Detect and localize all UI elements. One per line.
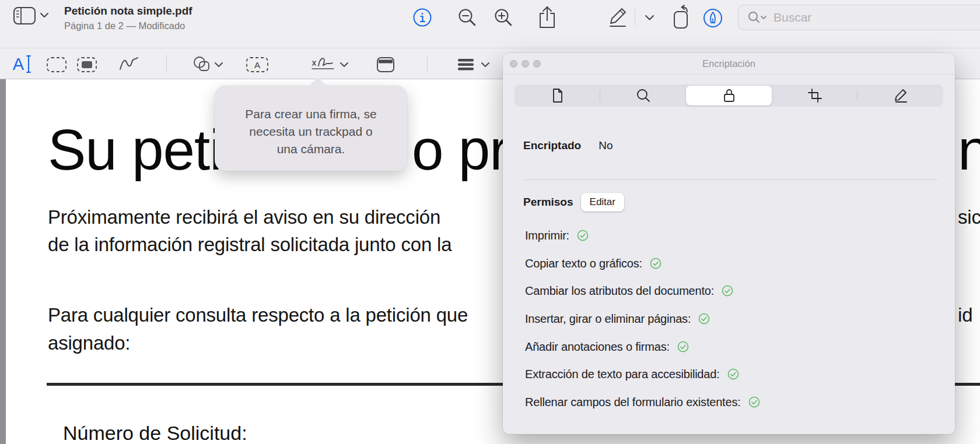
permission-label: Extracción de texto para accesibilidad: — [525, 368, 720, 381]
zoom-in-icon — [493, 7, 514, 28]
tooltip-line: Para crear una firma, se — [215, 105, 407, 123]
window-subtitle: Página 1 de 2 — Modificado — [64, 20, 185, 31]
markup-pencil-icon — [606, 6, 629, 29]
fill-sign-button[interactable] — [701, 6, 724, 30]
svg-text:A: A — [254, 60, 260, 70]
permission-label: Copiar texto o gráficos: — [525, 257, 642, 270]
permissions-label: Permisos — [523, 196, 573, 209]
encrypted-label: Encriptado — [523, 139, 581, 152]
doc-paragraph-line: Para cualquier consulta respecto a la pe… — [48, 304, 468, 326]
encrypted-value: No — [598, 139, 612, 152]
chevron-down-icon — [341, 63, 348, 66]
chevron-down-icon — [215, 63, 222, 66]
doc-paragraph-line: de la información registral solicitada j… — [48, 234, 452, 256]
permission-label: Añadir anotaciones o firmas: — [525, 340, 670, 354]
toolbar-separator — [166, 55, 167, 72]
lock-icon — [722, 88, 736, 103]
allowed-check-icon — [721, 284, 734, 297]
panel-title: Encriptación — [503, 58, 955, 69]
redact-icon — [76, 57, 97, 73]
dashed-rect-icon — [46, 57, 67, 73]
signature-icon — [310, 55, 350, 74]
doc-field-label: Número de Solicitud: — [63, 422, 247, 444]
permission-row: Imprimir: — [525, 228, 589, 243]
zoom-out-button[interactable] — [456, 6, 478, 29]
allowed-check-icon — [677, 340, 690, 353]
markup-chevron-button[interactable] — [643, 13, 656, 22]
tooltip-line: una cámara. — [215, 140, 407, 158]
doc-paragraph-line: sic — [958, 206, 980, 228]
text-box-icon: A — [246, 57, 269, 73]
share-icon — [536, 5, 558, 30]
line-style-icon — [456, 55, 491, 74]
permission-label: Cambiar los atributos del documento: — [525, 284, 714, 298]
tab-keywords[interactable] — [600, 84, 686, 107]
tab-encryption[interactable] — [686, 86, 772, 105]
chevron-down-icon — [761, 16, 766, 19]
markup-button[interactable] — [606, 6, 630, 29]
signature-tooltip: Para crear una firma, se necesita un tra… — [215, 86, 407, 171]
doc-heading-fragment: nt — [958, 117, 980, 183]
edit-permissions-button[interactable]: Editar — [581, 193, 624, 212]
encryption-panel: Encriptación — [503, 53, 955, 434]
info-icon — [412, 7, 433, 28]
shapes-tool[interactable] — [190, 55, 225, 75]
permission-row: Copiar texto o gráficos: — [525, 256, 662, 271]
permission-row: Rellenar campos del formulario existente… — [525, 394, 761, 410]
zoom-out-icon — [457, 7, 478, 28]
note-tool[interactable] — [375, 56, 396, 73]
allowed-check-icon — [727, 368, 740, 380]
tab-general[interactable] — [514, 84, 600, 107]
allowed-check-icon — [576, 229, 589, 242]
redact-tool[interactable] — [76, 56, 98, 73]
tab-annotations[interactable] — [858, 84, 943, 107]
sketch-tool[interactable] — [117, 55, 141, 75]
allowed-check-icon — [698, 312, 710, 325]
allowed-check-icon — [748, 396, 761, 408]
search-input[interactable]: Buscar — [738, 5, 980, 30]
toolbar-separator — [635, 9, 635, 26]
rectangular-selection-tool[interactable] — [46, 56, 68, 73]
sidebar-chevron-button[interactable] — [38, 10, 50, 20]
tab-crop[interactable] — [772, 84, 858, 107]
allowed-check-icon — [649, 257, 662, 270]
search-icon — [748, 11, 768, 24]
sidebar-icon — [12, 6, 37, 26]
panel-titlebar[interactable]: Encriptación — [503, 53, 955, 75]
share-button[interactable] — [536, 5, 559, 30]
note-icon — [376, 57, 396, 73]
permission-row: Extracción de texto para accesibilidad: — [525, 367, 740, 382]
annotate-pencil-icon — [893, 88, 908, 103]
main-toolbar: Petición nota simple.pdf Página 1 de 2 —… — [0, 0, 980, 48]
toolbar-separator — [427, 55, 428, 72]
search-placeholder: Buscar — [774, 10, 811, 24]
info-button[interactable] — [411, 6, 433, 29]
crop-icon — [807, 88, 822, 103]
panel-divider — [523, 179, 937, 180]
text-box-tool[interactable]: A — [245, 56, 270, 73]
text-select-icon: A — [13, 55, 32, 73]
line-style-tool[interactable] — [455, 55, 492, 75]
doc-paragraph-line: asignado: — [48, 332, 130, 354]
chevron-down-icon — [40, 12, 49, 18]
sidebar-toggle-button[interactable] — [12, 5, 37, 26]
permissions-header: Permisos Editar — [523, 193, 624, 212]
permission-label: Rellenar campos del formulario existente… — [525, 396, 741, 409]
rotate-icon — [670, 5, 695, 30]
signature-tool[interactable] — [309, 55, 351, 75]
pen-nib-icon — [702, 7, 724, 29]
chevron-down-icon — [482, 63, 489, 66]
doc-paragraph-line: Próximamente recibirá el aviso en su dir… — [48, 206, 440, 228]
text-selection-tool[interactable]: A — [10, 54, 34, 75]
permission-label: Insertar, girar o eliminar páginas: — [525, 312, 691, 326]
zoom-in-button[interactable] — [492, 6, 514, 29]
rotate-button[interactable] — [670, 4, 695, 31]
sketch-squiggle-icon — [117, 55, 141, 74]
permission-row: Insertar, girar o eliminar páginas: — [525, 311, 710, 326]
permission-row: Cambiar los atributos del documento: — [525, 283, 734, 298]
inspector-tab-bar — [514, 84, 943, 107]
shapes-icon — [191, 55, 224, 74]
permission-label: Imprimir: — [525, 229, 569, 242]
search-icon — [636, 88, 651, 103]
document-icon — [551, 88, 565, 103]
